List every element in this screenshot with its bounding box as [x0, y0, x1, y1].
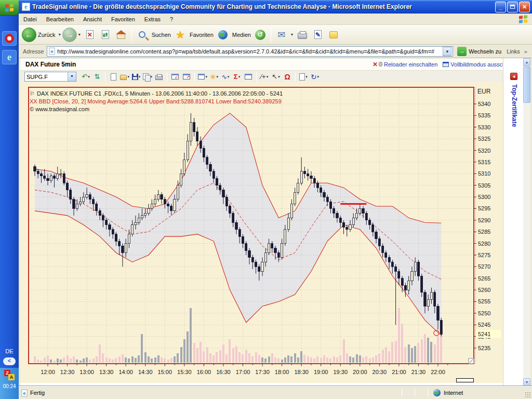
home-button[interactable] — [114, 28, 128, 42]
strategy-button[interactable]: Σ▾ — [232, 72, 242, 82]
discuss-button[interactable] — [327, 28, 340, 42]
draw-line-button[interactable]: ∕+▾ — [259, 72, 270, 82]
print-button[interactable] — [296, 28, 309, 42]
close-button[interactable]: ✕ — [519, 2, 530, 12]
toolbar-separator — [131, 27, 132, 43]
svg-text:5280: 5280 — [478, 241, 490, 247]
collapse-panel-button[interactable]: ◄ — [510, 73, 517, 80]
forward-button[interactable]: → ▾ — [62, 26, 82, 44]
clock[interactable]: 00:24 — [0, 383, 19, 389]
opera-icon — [5, 34, 14, 43]
svg-text:19:30: 19:30 — [333, 369, 348, 375]
forward-dropdown[interactable]: ▾ — [78, 32, 81, 37]
scroll-down-button[interactable]: ▼ — [523, 378, 530, 386]
svg-text:5290: 5290 — [478, 217, 490, 223]
media-button[interactable]: Medien — [215, 26, 252, 44]
back-button[interactable]: ← Zurück ▾ — [22, 26, 62, 44]
svg-text:5270: 5270 — [478, 263, 490, 270]
menu-help[interactable]: ? — [165, 15, 178, 24]
mail-dropdown[interactable]: ▾ — [291, 32, 293, 37]
symbol-combobox[interactable]: SUPG.F ▼ — [24, 72, 76, 82]
chart-svg[interactable]: EUR5340533553305325532053155310530553005… — [20, 82, 503, 383]
save-button[interactable]: ▾ — [131, 72, 141, 82]
opera-taskbar-button[interactable] — [2, 31, 17, 46]
scroll-up-button[interactable]: ▲ — [523, 58, 530, 66]
title-bar[interactable]: e TradeSignal online - Die größte deutsc… — [19, 0, 532, 14]
svg-text:5325: 5325 — [478, 136, 490, 142]
edit-button[interactable]: ✎ — [311, 28, 325, 42]
chart-area[interactable]: EUR5340533553305325532053155310530553005… — [20, 82, 503, 383]
favorites-button[interactable]: ★ Favoriten — [172, 26, 215, 44]
cursor-button[interactable]: ↖▾ — [271, 72, 281, 82]
resize-grip[interactable] — [525, 392, 531, 398]
maximize-button[interactable] — [507, 2, 518, 12]
links-toolbar[interactable]: Links » — [507, 48, 527, 55]
chart-type-icon — [198, 74, 205, 79]
back-dropdown[interactable]: ▾ — [59, 32, 61, 37]
search-label: Suchen — [152, 32, 171, 38]
mail-button[interactable]: ✉ ▾ — [274, 26, 295, 44]
new-page-icon — [111, 73, 116, 81]
refresh-button[interactable]: ⇄ — [99, 28, 112, 42]
svg-text:19:00: 19:00 — [314, 369, 328, 375]
start-button[interactable] — [0, 0, 19, 16]
menu-favoriten[interactable]: Favoriten — [107, 15, 140, 24]
menu-datei[interactable]: Datei — [19, 15, 42, 24]
indicator-button[interactable]: ✳▾ — [209, 72, 219, 82]
links-chevron[interactable]: » — [524, 48, 527, 55]
import-chart-button[interactable]: ↙ — [170, 72, 180, 82]
menu-bearbeiten[interactable]: Bearbeiten — [42, 15, 78, 24]
vertical-scrollbar[interactable]: ▲ ▼ — [523, 58, 530, 386]
menu-ansicht[interactable]: Ansicht — [78, 15, 107, 24]
svg-text:13:30: 13:30 — [99, 369, 114, 375]
address-input[interactable]: e http://www.tradesignalonline.com/conte… — [47, 46, 453, 57]
svg-text:5295: 5295 — [478, 205, 490, 211]
system-tray: DE < Z A 00:24 — [0, 347, 19, 399]
scrollbar-thumb[interactable] — [523, 66, 530, 103]
url-text[interactable]: http://www.tradesignalonline.com/content… — [57, 48, 443, 55]
chart-scroll-thumb[interactable] — [456, 378, 474, 382]
sigma-icon: Σ — [234, 73, 238, 81]
minimize-button[interactable]: _ — [495, 2, 506, 12]
reloader-link[interactable]: ✕ Reloader einschalten — [373, 61, 437, 68]
address-label: Adresse — [23, 48, 44, 55]
print-chart-button[interactable] — [154, 72, 164, 82]
open-button[interactable]: ▾ — [119, 72, 130, 82]
auto-reload-button[interactable]: ↻▾ — [310, 72, 320, 82]
svg-text:5235: 5235 — [478, 345, 490, 351]
taskbar: e DE < Z A 00:24 — [0, 0, 19, 399]
study-button[interactable]: ∿▾ — [220, 72, 231, 82]
symbol-dropdown-button[interactable]: ▼ — [68, 72, 76, 81]
svg-text:XX BBD [Close, 20, 2] Moving A: XX BBD [Close, 20, 2] Moving Average:526… — [30, 98, 282, 104]
history-icon: ↺ — [255, 30, 265, 40]
chart-type-button[interactable]: ▾ — [197, 72, 208, 82]
properties-button[interactable] — [243, 72, 254, 82]
svg-text:5260: 5260 — [478, 287, 490, 293]
address-dropdown-button[interactable]: ▼ — [443, 47, 451, 56]
stop-button[interactable]: ✕ — [83, 28, 97, 42]
print-icon — [298, 33, 307, 39]
undo-button[interactable]: ↶▾ — [81, 72, 91, 82]
notes-button[interactable]: ▾ — [298, 72, 309, 82]
svg-text:5320: 5320 — [478, 148, 490, 154]
back-label: Zurück — [38, 32, 56, 38]
ie-taskbar-button[interactable]: e — [2, 50, 17, 64]
zonealarm-tray-icon[interactable]: Z A — [4, 370, 15, 380]
svg-text:14:00: 14:00 — [118, 369, 133, 375]
separator — [194, 72, 195, 82]
go-button[interactable]: → Wechseln zu — [457, 47, 501, 56]
svg-text:20:00: 20:00 — [353, 369, 367, 375]
hide-tray-icons-button[interactable]: < — [3, 357, 16, 365]
side-panel-title[interactable]: Top-Zertifikate — [508, 84, 518, 188]
export-chart-button[interactable]: ↗ — [181, 72, 192, 82]
history-button[interactable]: ↺ — [254, 28, 267, 42]
search-button[interactable]: Suchen — [135, 26, 172, 44]
favorites-star-icon: ★ — [176, 29, 185, 41]
new-chart-button[interactable] — [108, 72, 118, 82]
copy-button[interactable]: ▾ — [142, 72, 153, 82]
refresh-data-button[interactable]: ⇅ — [92, 72, 102, 82]
menu-extras[interactable]: Extras — [140, 15, 165, 24]
magnet-button[interactable]: Ω — [282, 72, 292, 82]
language-indicator[interactable]: DE — [0, 348, 19, 354]
svg-text:5255: 5255 — [478, 298, 490, 304]
